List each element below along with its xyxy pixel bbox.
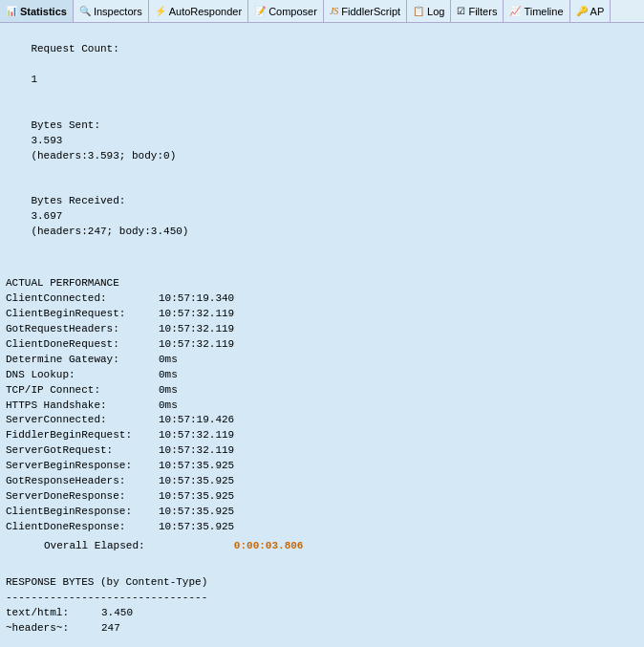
timeline-icon: 📈 [509,6,521,16]
autoresponder-icon: ⚡ [155,6,166,16]
bytes-received-line: Bytes Received: 3.697 (headers:247; body… [6,179,638,255]
request-count-value: 1 [31,74,37,85]
bytes-received-value: 3.697 [31,209,126,225]
tab-inspectors-label: Inspectors [94,6,142,17]
overall-elapsed-value: 0:00:03.806 [234,540,304,551]
blank-line-3 [6,642,638,647]
tab-composer[interactable]: 📝 Composer [248,0,324,22]
response-bytes-items-container: text/html:3.450~headers~:247 [6,606,638,636]
bytes-sent-detail: (headers:3.593; body:0) [31,150,176,162]
response-bytes-header: RESPONSE BYTES (by Content-Type) [6,575,638,591]
tab-log[interactable]: 📋 Log [407,0,451,22]
blank-line-1 [6,261,638,276]
filters-icon: ☑ [457,6,465,16]
response-bytes-item: ~headers~:247 [6,621,638,636]
perf-item: ClientBeginRequest:10:57:32.119 [6,307,638,322]
request-count-label: Request Count: [31,43,118,54]
tab-log-label: Log [427,6,444,17]
perf-items-container: ClientConnected:10:57:19.340ClientBeginR… [6,291,638,535]
perf-item: ClientDoneRequest:10:57:32.119 [6,337,638,353]
overall-elapsed-line: Overall Elapsed: 0:00:03.806 [6,539,638,554]
response-bytes-sep: -------------------------------- [6,591,638,606]
perf-item: ServerBeginResponse:10:57:35.925 [6,459,638,474]
log-icon: 📋 [413,6,424,16]
fiddlerscript-icon: JS [330,6,338,16]
tab-ap-label: AP [590,6,605,17]
tab-fiddlerscript-label: FiddlerScript [341,6,400,17]
perf-item: FiddlerBeginRequest:10:57:32.119 [6,428,638,443]
perf-item: ServerDoneResponse:10:57:35.925 [6,489,638,505]
perf-item: Determine Gateway:0ms [6,353,638,368]
perf-item: ServerGotRequest:10:57:32.119 [6,443,638,459]
actual-performance-header: ACTUAL PERFORMANCE [6,276,638,291]
perf-item: GotRequestHeaders:10:57:32.119 [6,322,638,337]
perf-item: HTTPS Handshake:0ms [6,399,638,414]
tab-autoresponder[interactable]: ⚡ AutoResponder [149,0,248,22]
tab-filters-label: Filters [468,6,497,17]
toolbar: 📊 Statistics 🔍 Inspectors ⚡ AutoResponde… [0,0,644,23]
stats-content: Request Count: 1 Bytes Sent: 3.593 (head… [0,23,644,647]
statistics-icon: 📊 [6,6,17,16]
tab-filters[interactable]: ☑ Filters [451,0,504,22]
tab-inspectors[interactable]: 🔍 Inspectors [74,0,149,22]
ap-icon: 🔑 [576,6,588,16]
perf-item: ClientBeginResponse:10:57:35.925 [6,505,638,520]
tab-statistics[interactable]: 📊 Statistics [0,0,74,22]
request-count-line: Request Count: 1 [6,27,638,103]
bytes-received-label: Bytes Received: [31,194,145,209]
bytes-sent-value: 3.593 [31,134,126,149]
perf-item: ClientConnected:10:57:19.340 [6,291,638,307]
tab-statistics-label: Statistics [20,6,67,17]
inspectors-icon: 🔍 [79,6,91,16]
perf-item: DNS Lookup:0ms [6,368,638,383]
perf-item: ServerConnected:10:57:19.426 [6,413,638,428]
tab-composer-label: Composer [268,6,317,17]
bytes-sent-label: Bytes Sent: [31,119,145,134]
tab-fiddlerscript[interactable]: JS FiddlerScript [324,0,407,22]
response-bytes-item: text/html:3.450 [6,606,638,621]
tab-timeline[interactable]: 📈 Timeline [504,0,569,22]
bytes-sent-line: Bytes Sent: 3.593 (headers:3.593; body:0… [6,103,638,180]
tab-autoresponder-label: AutoResponder [169,6,242,17]
overall-elapsed-label: Overall Elapsed: [6,539,145,554]
blank-line-2 [6,560,638,575]
perf-item: TCP/IP Connect:0ms [6,383,638,399]
bytes-received-detail: (headers:247; body:3.450) [31,226,188,237]
tab-ap[interactable]: 🔑 AP [570,0,612,22]
tab-timeline-label: Timeline [524,6,563,17]
composer-icon: 📝 [254,6,266,16]
perf-item: ClientDoneResponse:10:57:35.925 [6,520,638,535]
perf-item: GotResponseHeaders:10:57:35.925 [6,474,638,489]
